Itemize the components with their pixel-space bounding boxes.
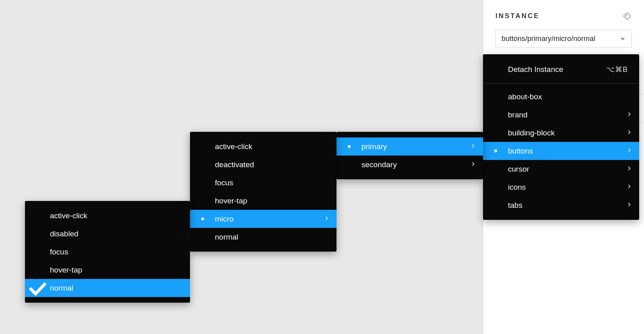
menu3-item[interactable]: focus xyxy=(190,174,336,192)
menu1-item[interactable]: building-block xyxy=(483,124,639,142)
menu1-item[interactable]: cursor xyxy=(483,160,639,178)
menu3-item[interactable]: deactivated xyxy=(190,156,336,174)
menu4-item[interactable]: active-click xyxy=(25,207,190,225)
menu3-item[interactable]: normal xyxy=(190,228,336,246)
menu1-items: about-boxbrandbuilding-blockbuttonscurso… xyxy=(483,88,639,214)
menu3-item[interactable]: hover-tap xyxy=(190,192,336,210)
menu-item-label: buttons xyxy=(508,147,624,156)
menu-item-label: active-click xyxy=(215,142,329,151)
menu-item-label: cursor xyxy=(508,165,624,174)
chevron-right-icon xyxy=(468,160,476,169)
detach-instance-item[interactable]: Detach Instance ⌥⌘B xyxy=(483,60,639,79)
menu-item-label: tabs xyxy=(508,201,624,210)
menu3-item[interactable]: micro xyxy=(190,210,336,228)
menu-item-label: hover-tap xyxy=(50,266,183,275)
menu2-item[interactable]: primary xyxy=(336,137,483,156)
current-path-dot-icon xyxy=(336,145,361,148)
menu3-items: active-clickdeactivatedfocushover-tapmic… xyxy=(190,137,336,246)
menu1-item[interactable]: tabs xyxy=(483,196,639,214)
submenu-buttons: primarysecondary xyxy=(336,132,483,179)
chevron-down-icon xyxy=(619,35,626,42)
menu-divider xyxy=(483,83,639,84)
menu-item-label: active-click xyxy=(50,211,183,220)
menu-item-label: deactivated xyxy=(215,160,329,169)
chevron-right-icon xyxy=(624,201,632,209)
menu-item-label: hover-tap xyxy=(215,197,329,205)
menu4-item[interactable]: focus xyxy=(25,243,190,261)
menu-item-label: focus xyxy=(50,248,183,256)
menu-item-label: primary xyxy=(361,142,468,151)
reset-instance-icon[interactable] xyxy=(622,11,632,21)
detach-instance-label: Detach Instance xyxy=(508,65,563,74)
menu1-item[interactable]: about-box xyxy=(483,88,639,106)
chevron-right-icon xyxy=(624,183,632,191)
menu3-item[interactable]: active-click xyxy=(190,137,336,156)
chevron-right-icon xyxy=(624,165,632,173)
menu4-item[interactable]: normal xyxy=(25,279,190,297)
menu-item-label: disabled xyxy=(50,229,183,238)
menu-item-label: about-box xyxy=(508,92,632,101)
chevron-right-icon xyxy=(624,129,632,137)
menu-item-label: secondary xyxy=(361,160,468,169)
menu1-item[interactable]: icons xyxy=(483,178,639,196)
instance-heading-label: INSTANCE xyxy=(495,12,540,20)
menu2-items: primarysecondary xyxy=(336,137,483,174)
check-icon xyxy=(25,276,50,301)
menu4-item[interactable]: disabled xyxy=(25,225,190,243)
detach-instance-shortcut: ⌥⌘B xyxy=(606,65,628,74)
menu-item-label: normal xyxy=(215,233,329,242)
instance-swap-dropdown[interactable]: buttons/primary/micro/normal xyxy=(495,30,632,47)
menu1-item[interactable]: buttons xyxy=(483,142,639,160)
current-path-dot-icon xyxy=(190,217,215,220)
menu-item-label: icons xyxy=(508,183,624,192)
instance-selected-value: buttons/primary/micro/normal xyxy=(502,35,595,43)
instance-section-header: INSTANCE xyxy=(483,0,644,30)
menu-item-label: normal xyxy=(50,284,183,293)
chevron-right-icon xyxy=(468,142,476,151)
instance-swap-menu: Detach Instance ⌥⌘B about-boxbrandbuildi… xyxy=(483,54,639,220)
submenu-primary: active-clickdeactivatedfocushover-tapmic… xyxy=(190,132,336,252)
menu-item-label: focus xyxy=(215,178,329,187)
menu-item-label: brand xyxy=(508,111,624,119)
submenu-micro: active-clickdisabledfocushover-tapnormal xyxy=(25,201,190,303)
menu-item-label: building-block xyxy=(508,129,624,137)
menu1-item[interactable]: brand xyxy=(483,106,639,124)
chevron-right-icon xyxy=(321,215,329,223)
menu2-item[interactable]: secondary xyxy=(336,156,483,174)
menu4-items: active-clickdisabledfocushover-tapnormal xyxy=(25,207,190,297)
menu-item-label: micro xyxy=(215,215,321,223)
chevron-right-icon xyxy=(624,111,632,119)
chevron-right-icon xyxy=(624,147,632,155)
current-path-dot-icon xyxy=(483,150,508,152)
